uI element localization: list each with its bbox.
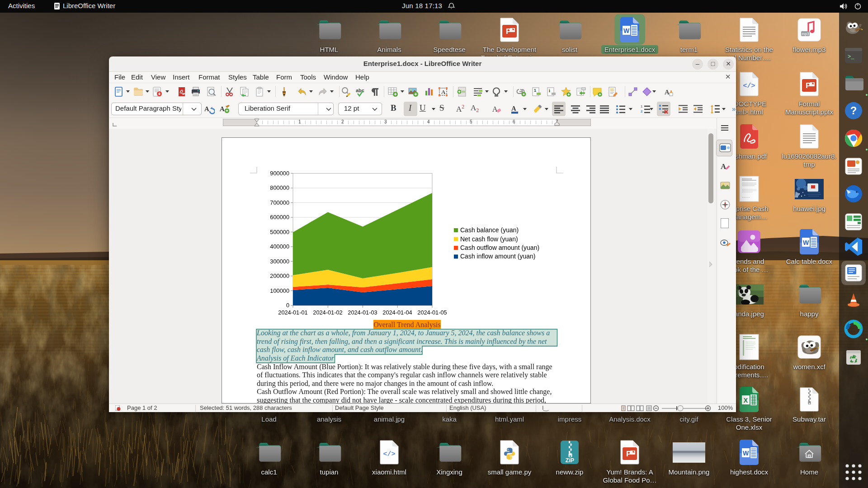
svg-text:Net cash flow (yuan): Net cash flow (yuan) [460, 235, 518, 243]
svg-text:2024-01-01: 2024-01-01 [278, 309, 307, 316]
svg-text:i: i [549, 88, 550, 93]
svg-text:A: A [492, 105, 498, 113]
svg-text:W: W [803, 239, 809, 246]
svg-text:2024-01-05: 2024-01-05 [417, 309, 447, 316]
svg-text:A: A [511, 105, 516, 112]
svg-text:800000: 800000 [270, 184, 289, 191]
svg-text:>_: >_ [848, 54, 854, 60]
svg-text:600000: 600000 [270, 214, 289, 221]
svg-text:400000: 400000 [270, 243, 289, 250]
svg-text:</>: </> [383, 450, 395, 458]
svg-text:Cash balance (yuan): Cash balance (yuan) [460, 226, 519, 234]
svg-text:ZiP: ZiP [566, 457, 574, 464]
svg-text:A: A [204, 105, 209, 113]
svg-text:W: W [623, 27, 630, 34]
svg-text:900000: 900000 [270, 170, 289, 177]
svg-text:1: 1 [641, 104, 643, 108]
svg-text:Cash inflow amount (yuan): Cash inflow amount (yuan) [460, 253, 536, 260]
svg-text:200000: 200000 [270, 272, 289, 279]
svg-text:2024-01-02: 2024-01-02 [313, 309, 342, 316]
svg-text:A: A [220, 105, 225, 113]
svg-text:Cash outflow amount (yuan): Cash outflow amount (yuan) [460, 244, 539, 251]
svg-text:?: ? [850, 104, 857, 117]
svg-text:1: 1 [534, 88, 536, 93]
svg-text:2: 2 [641, 109, 643, 113]
svg-text:W: W [743, 450, 749, 457]
svg-text:2024-01-03: 2024-01-03 [348, 309, 377, 316]
svg-text:abc: abc [356, 88, 364, 93]
svg-text:100000: 100000 [270, 287, 289, 294]
svg-text:mp3: mp3 [802, 32, 809, 36]
svg-text:A: A [721, 162, 726, 171]
svg-text:0: 0 [286, 302, 289, 309]
svg-text:300000: 300000 [270, 258, 289, 265]
svg-text:A: A [441, 89, 446, 95]
svg-text:2024-01-04: 2024-01-04 [382, 309, 412, 316]
svg-text:A: A [665, 89, 670, 96]
svg-text:700000: 700000 [270, 199, 289, 206]
svg-text:500000: 500000 [270, 229, 289, 235]
svg-text:</>: </> [743, 82, 755, 90]
svg-text:X: X [744, 397, 748, 404]
